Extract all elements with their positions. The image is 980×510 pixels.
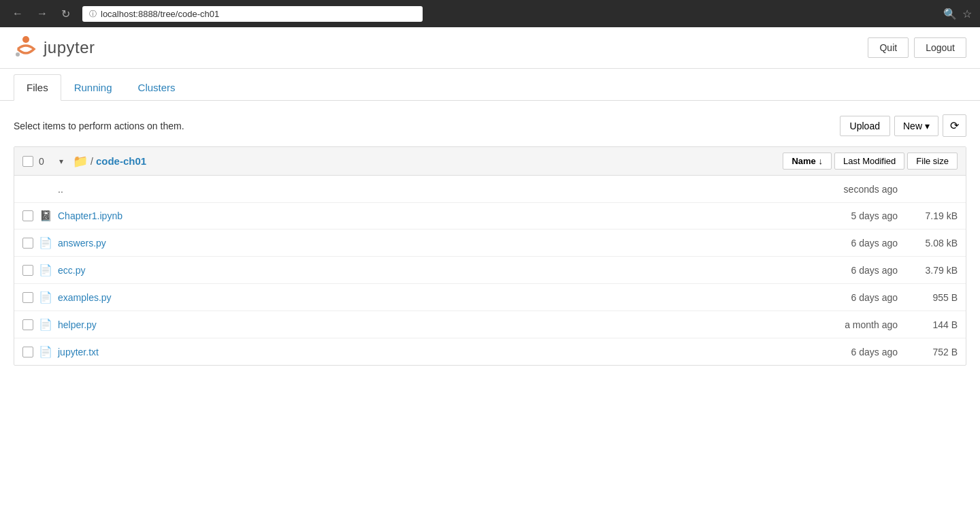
address-bar[interactable]: ⓘ localhost:8888/tree/code-ch01 (82, 6, 423, 22)
file-row-chapter1: 📓 Chapter1.ipynb 5 days ago 7.19 kB (14, 203, 966, 229)
svg-point-0 (22, 36, 29, 43)
jupyter-logo-icon (14, 35, 38, 60)
action-bar-text: Select items to perform actions on them. (14, 121, 184, 131)
new-dropdown-arrow: ▾ (925, 121, 930, 131)
tabs: Files Running Clusters (14, 74, 966, 100)
file-size-examples: 955 B (903, 292, 958, 303)
back-button[interactable]: ← (8, 5, 27, 22)
file-row-answers: 📄 answers.py 6 days ago 5.08 kB (14, 229, 966, 257)
upload-button[interactable]: Upload (840, 116, 890, 136)
file-name-chapter1[interactable]: Chapter1.ipynb (58, 210, 797, 221)
notebook-icon: 📓 (39, 210, 52, 222)
file-modified-ecc: 6 days ago (802, 265, 898, 276)
file-row-helper: 📄 helper.py a month ago 144 B (14, 311, 966, 338)
row-checkbox-ecc[interactable] (22, 265, 33, 276)
file-modified-helper: a month ago (802, 319, 898, 330)
breadcrumb-current-folder: code-ch01 (96, 155, 146, 167)
file-name-answers[interactable]: answers.py (58, 238, 797, 249)
forward-button[interactable]: → (33, 5, 52, 22)
file-size-helper: 144 B (903, 319, 958, 330)
row-checkbox-helper[interactable] (22, 319, 33, 330)
file-modified-examples: 6 days ago (802, 292, 898, 303)
row-checkbox-answers[interactable] (22, 238, 33, 249)
row-checkbox-chapter1[interactable] (22, 210, 33, 221)
sort-arrow: ↓ (818, 156, 823, 166)
new-button[interactable]: New ▾ (894, 116, 938, 136)
tab-clusters[interactable]: Clusters (125, 74, 189, 100)
refresh-button[interactable]: ⟳ (943, 114, 966, 137)
breadcrumb: 📁 / code-ch01 (73, 154, 777, 169)
jupyter-logo: jupyter (14, 35, 95, 60)
lock-icon: ⓘ (89, 9, 97, 19)
logout-button[interactable]: Logout (914, 37, 966, 58)
file-size-jupyter: 752 B (903, 347, 958, 357)
breadcrumb-separator: / (91, 156, 93, 167)
select-all-checkbox[interactable] (22, 156, 33, 167)
jupyter-logo-text: jupyter (44, 38, 95, 57)
svg-point-1 (16, 52, 20, 57)
parent-link[interactable]: .. (58, 184, 797, 195)
folder-icon: 📁 (73, 154, 88, 169)
file-size-chapter1: 7.19 kB (903, 210, 958, 221)
jupyter-header: jupyter Quit Logout (0, 27, 980, 69)
tabs-section: Files Running Clusters (0, 74, 980, 101)
file-name-helper[interactable]: helper.py (58, 319, 797, 330)
file-icon-examples: 📄 (39, 291, 52, 304)
reload-button[interactable]: ↻ (57, 5, 74, 23)
file-icon-helper: 📄 (39, 318, 52, 331)
header-dropdown-arrow[interactable]: ▾ (58, 155, 65, 168)
file-table-header: 0 ▾ 📁 / code-ch01 Name ↓ Last Modified F… (14, 147, 966, 176)
file-icon-answers: 📄 (39, 236, 52, 249)
file-row-jupyter: 📄 jupyter.txt 6 days ago 752 B (14, 338, 966, 365)
main-content: Select items to perform actions on them.… (0, 101, 980, 379)
file-modified-jupyter: 6 days ago (802, 347, 898, 357)
action-bar: Select items to perform actions on them.… (14, 114, 966, 137)
file-icon-ecc: 📄 (39, 264, 52, 276)
tab-running[interactable]: Running (61, 74, 125, 100)
file-name-jupyter[interactable]: jupyter.txt (58, 347, 797, 357)
zoom-icon[interactable]: 🔍 (943, 7, 957, 20)
file-name-examples[interactable]: examples.py (58, 292, 797, 303)
bookmark-icon[interactable]: ☆ (962, 7, 972, 20)
action-buttons: Upload New ▾ ⟳ (840, 114, 966, 137)
header-sort-buttons: Name ↓ Last Modified File size (783, 153, 958, 170)
file-row-ecc: 📄 ecc.py 6 days ago 3.79 kB (14, 257, 966, 284)
sort-by-modified-button[interactable]: Last Modified (834, 153, 904, 170)
file-name-ecc[interactable]: ecc.py (58, 265, 797, 276)
row-checkbox-examples[interactable] (22, 292, 33, 303)
browser-actions: 🔍 ☆ (943, 7, 972, 20)
selected-count: 0 (39, 156, 52, 167)
new-label: New (903, 121, 922, 131)
file-size-ecc: 3.79 kB (903, 265, 958, 276)
file-modified-chapter1: 5 days ago (802, 210, 898, 221)
quit-button[interactable]: Quit (868, 37, 909, 58)
sort-by-size-button[interactable]: File size (907, 153, 958, 170)
parent-directory-row[interactable]: 📁 .. seconds ago (14, 176, 966, 203)
header-buttons: Quit Logout (868, 37, 966, 58)
name-sort-label: Name (791, 156, 815, 166)
parent-modified: seconds ago (802, 184, 898, 195)
tab-files[interactable]: Files (14, 74, 61, 101)
file-modified-answers: 6 days ago (802, 238, 898, 249)
browser-chrome: ← → ↻ ⓘ localhost:8888/tree/code-ch01 🔍 … (0, 0, 980, 27)
url-text: localhost:8888/tree/code-ch01 (101, 9, 219, 19)
file-table: 0 ▾ 📁 / code-ch01 Name ↓ Last Modified F… (14, 146, 966, 366)
file-row-examples: 📄 examples.py 6 days ago 955 B (14, 284, 966, 311)
file-icon-jupyter: 📄 (39, 345, 52, 358)
sort-by-name-button[interactable]: Name ↓ (783, 153, 832, 170)
row-checkbox-jupyter[interactable] (22, 347, 33, 357)
file-size-answers: 5.08 kB (903, 238, 958, 249)
